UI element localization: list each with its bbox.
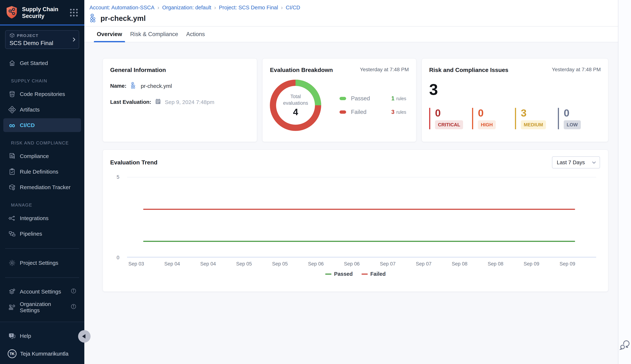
x-tick-label: Sep 05 <box>262 261 298 267</box>
severity-low: 0 LOW <box>558 108 601 129</box>
legend-passed-label: Passed <box>334 271 353 277</box>
severity-medium: 3 MEDIUM <box>515 108 558 129</box>
legend-passed-row: Passed 1 rules <box>339 95 406 102</box>
integrations-icon <box>8 214 16 222</box>
sidebar-item-label: Rule Definitions <box>20 169 58 175</box>
breadcrumb-organization[interactable]: Organization: default <box>162 4 211 10</box>
breadcrumb-account[interactable]: Account: Automation-SSCA <box>89 4 154 10</box>
x-tick-label: Sep 04 <box>154 261 190 267</box>
pipelines-icon <box>8 230 16 238</box>
breadcrumb-separator: › <box>157 4 159 10</box>
x-tick-label: Sep 03 <box>118 261 154 267</box>
legend-failed[interactable]: Failed <box>361 271 386 277</box>
avatar: TK <box>8 349 17 358</box>
failed-trend-line <box>143 209 575 210</box>
card-timestamp: Yesterday at 7:48 PM <box>552 67 601 72</box>
x-tick-label: Sep 06 <box>334 261 370 267</box>
rules-suffix: rules <box>396 96 406 101</box>
sidebar-item-label: Integrations <box>20 215 49 221</box>
sidebar-item-label: Help <box>20 333 31 339</box>
sidebar-item-label: Artifacts <box>20 106 40 113</box>
last-evaluation-value: Sep 9, 2024 7:48pm <box>165 99 214 105</box>
sidebar-item-rule-definitions[interactable]: Rule Definitions <box>3 165 81 178</box>
sidebar-item-project-settings[interactable]: Project Settings <box>3 256 81 270</box>
sidebar-item-cicd[interactable]: ∞ CI/CD <box>3 118 81 132</box>
last-evaluation-row: Last Evaluation: Sep 9, 2024 7:48pm <box>110 98 250 106</box>
risk-compliance-issues-card: Risk and Compliance Issues Yesterday at … <box>422 58 608 142</box>
trend-legend: Passed Failed <box>103 271 608 277</box>
cube-icon <box>10 33 15 39</box>
divider <box>5 248 79 249</box>
date-range-select[interactable]: Last 7 Days <box>552 156 600 168</box>
donut-total-value: 4 <box>293 107 298 117</box>
sidebar-item-get-started[interactable]: Get Started <box>3 56 81 70</box>
low-count: 0 <box>564 108 601 118</box>
severity-row: 0 CRITICAL 0 HIGH 3 MEDIUM 0 LOW <box>429 108 601 129</box>
sidebar-item-label: Account Settings <box>20 288 61 295</box>
info-icon[interactable] <box>71 288 76 295</box>
x-tick-label: Sep 09 <box>549 261 585 267</box>
section-manage: MANAGE <box>11 202 81 208</box>
section-risk-compliance: RISK AND COMPLIANCE <box>11 140 81 146</box>
app-switcher-icon[interactable] <box>69 8 79 18</box>
legend-failed-row: Failed 3 rules <box>339 109 406 115</box>
tab-risk-compliance[interactable]: Risk & Compliance <box>127 26 181 42</box>
home-icon <box>8 59 16 67</box>
failed-swatch-icon <box>339 110 346 114</box>
project-selector[interactable]: PROJECT SCS Demo Final <box>5 30 79 49</box>
chat-support-icon[interactable] <box>619 340 630 351</box>
remediation-box-icon <box>8 183 16 191</box>
breadcrumb-page[interactable]: CI/CD <box>286 4 300 10</box>
page-content: General Information Name: pr-check.yml <box>84 42 618 364</box>
info-icon[interactable] <box>71 304 76 310</box>
medium-count: 3 <box>521 108 558 118</box>
breadcrumb-project[interactable]: Project: SCS Demo Final <box>219 4 278 10</box>
sidebar-item-integrations[interactable]: Integrations <box>3 211 81 225</box>
legend-passed[interactable]: Passed <box>325 271 353 277</box>
calendar-icon <box>155 98 161 106</box>
module-accent-bar <box>0 24 84 26</box>
sidebar-item-help[interactable]: ? Help <box>3 329 81 343</box>
low-badge: LOW <box>564 120 581 129</box>
svg-text:?: ? <box>11 334 12 337</box>
sidebar-item-pipelines[interactable]: Pipelines <box>3 227 81 240</box>
user-menu[interactable]: TK Teja Kummarikuntla <box>3 348 81 359</box>
y-axis-tick-0: 0 <box>107 255 119 260</box>
sidebar-item-remediation-tracker[interactable]: Remediation Tracker <box>3 180 81 194</box>
card-title: General Information <box>110 67 250 74</box>
sidebar-item-account-settings[interactable]: Account Settings <box>3 285 81 298</box>
name-row: Name: pr-check.yml <box>110 82 250 90</box>
sidebar-item-label: Organization Settings <box>20 301 67 314</box>
main-area: Account: Automation-SSCA › Organization:… <box>84 0 618 364</box>
x-axis-ticks: Sep 03Sep 04Sep 04Sep 05Sep 05Sep 06Sep … <box>118 261 585 267</box>
passed-swatch-icon <box>339 97 346 100</box>
sidebar-nav: Get Started SUPPLY CHAIN Code Repositori… <box>0 56 84 314</box>
x-tick-label: Sep 07 <box>370 261 406 267</box>
shield-logo-icon <box>6 6 18 20</box>
sidebar-item-label: Remediation Tracker <box>20 184 71 190</box>
sidebar-footer: ? Help TK Teja Kummarikuntla <box>0 322 84 364</box>
breadcrumb-separator: › <box>281 4 283 10</box>
code-repo-icon <box>8 90 16 98</box>
user-name: Teja Kummarikuntla <box>20 351 68 357</box>
sidebar-item-label: CI/CD <box>20 122 35 128</box>
sidebar-item-artifacts[interactable]: Artifacts <box>3 103 81 116</box>
document-search-icon <box>8 152 16 160</box>
sidebar-item-label: Get Started <box>20 60 48 66</box>
sidebar-item-code-repositories[interactable]: Code Repositories <box>3 87 81 101</box>
tab-actions[interactable]: Actions <box>183 26 208 42</box>
evaluations-donut-chart: Total evaluations 4 <box>270 80 321 131</box>
donut-center-label: Total evaluations <box>280 93 311 106</box>
sidebar-item-compliance[interactable]: Compliance <box>3 149 81 163</box>
sidebar-collapse-button[interactable] <box>78 330 91 342</box>
org-chart-gear-icon <box>8 303 16 311</box>
last-evaluation-label: Last Evaluation: <box>110 99 151 105</box>
passed-line-swatch-icon <box>325 274 331 275</box>
gear-icon <box>8 259 16 267</box>
tab-overview[interactable]: Overview <box>94 26 125 42</box>
sidebar-item-label: Project Settings <box>20 260 58 266</box>
sidebar-item-organization-settings[interactable]: Organization Settings <box>3 300 81 314</box>
divider <box>5 278 79 278</box>
name-label: Name: <box>110 83 126 89</box>
name-value: pr-check.yml <box>141 83 172 89</box>
